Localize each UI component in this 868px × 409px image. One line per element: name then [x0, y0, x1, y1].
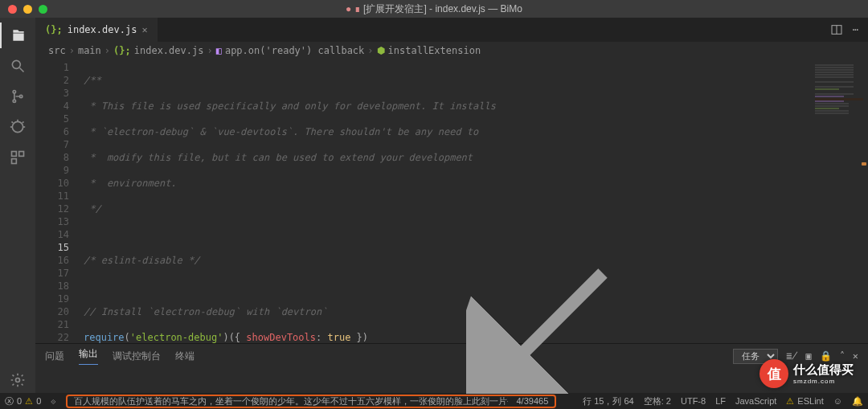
breadcrumb-item[interactable]: main: [78, 45, 101, 56]
main-area: (}; index.dev.js ✕ ⋯ src › main › (}; in…: [0, 18, 868, 393]
breadcrumb-item[interactable]: index.dev.js: [134, 45, 204, 56]
svg-point-14: [16, 378, 20, 382]
novel-text: 百人规模的队伍护送着的马车之内，坐着一个俊朗的少年。这少年不过十五六岁模样，一张…: [74, 395, 508, 407]
status-bell-icon[interactable]: 🔔: [852, 396, 863, 407]
activity-bar: [0, 18, 35, 393]
split-editor-icon[interactable]: [830, 23, 843, 36]
code-content[interactable]: /** * This file is used specifically and…: [84, 59, 868, 343]
settings-gear-icon[interactable]: [0, 367, 35, 393]
error-icon: ⓧ: [5, 395, 14, 407]
debug-icon[interactable]: [0, 114, 35, 140]
tab-bar: (}; index.dev.js ✕ ⋯: [35, 18, 868, 42]
breadcrumb-item[interactable]: src: [48, 45, 66, 56]
panel-body[interactable]: [35, 368, 868, 393]
editor-tab-label: index.dev.js: [68, 24, 137, 35]
close-tab-icon[interactable]: ✕: [141, 24, 147, 35]
fullscreen-window-button[interactable]: [39, 5, 47, 14]
brand-watermark: 值 什么值得买 smzdm.com: [760, 359, 854, 388]
tab-actions: ⋯: [830, 18, 868, 42]
svg-rect-11: [12, 152, 17, 157]
code-area[interactable]: 1 2 3 4 5 6 7 8 9 10 11 12 13 14 15 16 1…: [35, 59, 868, 343]
svg-point-3: [13, 100, 15, 102]
brand-circle-icon: 值: [760, 359, 788, 388]
svg-point-4: [20, 95, 23, 97]
status-eslint[interactable]: ⚠ESLint: [786, 396, 823, 407]
status-line-col[interactable]: 行 15，列 64: [583, 395, 634, 407]
extensions-icon[interactable]: [0, 145, 35, 170]
js-file-icon: (};: [45, 24, 63, 35]
svg-rect-13: [12, 159, 17, 164]
line-number-gutter: 1 2 3 4 5 6 7 8 9 10 11 12 13 14 15 16 1…: [35, 59, 84, 343]
bottom-panel: 问题 输出 调试控制台 终端 任务 ≣̸ ▣ 🔒 ˄ ✕: [35, 343, 868, 393]
status-indent[interactable]: 空格: 2: [644, 395, 671, 407]
status-bar: ⓧ0 ⚠0 ⟐ 百人规模的队伍护送着的马车之内，坐着一个俊朗的少年。这少年不过十…: [0, 393, 868, 409]
js-file-icon: (};: [113, 45, 131, 56]
brand-subtext: smzdm.com: [793, 378, 854, 385]
status-encoding[interactable]: UTF-8: [681, 396, 706, 406]
brand-text: 什么值得买: [793, 362, 854, 376]
more-actions-icon[interactable]: ⋯: [853, 24, 858, 35]
svg-line-10: [23, 121, 24, 123]
traffic-lights: [0, 5, 47, 14]
window-titlebar: ● ∎ [扩展开发宿主] - index.dev.js — BiMo: [0, 0, 868, 18]
breadcrumb[interactable]: src › main › (}; index.dev.js › ◧ app.on…: [35, 42, 868, 59]
status-language[interactable]: JavaScript: [735, 396, 776, 406]
variable-icon: ⬢: [377, 45, 385, 56]
explorer-icon[interactable]: [0, 22, 35, 48]
source-control-icon[interactable]: [0, 84, 35, 109]
svg-point-0: [12, 60, 20, 68]
status-feedback-icon[interactable]: ☺: [833, 396, 842, 406]
warning-icon: ⚠: [25, 396, 33, 407]
panel-tab-terminal[interactable]: 终端: [175, 350, 194, 363]
breadcrumb-item[interactable]: installExtension: [388, 45, 481, 56]
sync-icon[interactable]: ⟐: [51, 396, 56, 406]
minimize-window-button[interactable]: [23, 5, 32, 14]
close-window-button[interactable]: [8, 5, 17, 14]
panel-tab-debug-console[interactable]: 调试控制台: [113, 350, 161, 363]
svg-rect-12: [19, 152, 24, 157]
search-icon[interactable]: [0, 53, 35, 79]
method-icon: ◧: [216, 45, 222, 56]
panel-tabs: 问题 输出 调试控制台 终端 任务 ≣̸ ▣ 🔒 ˄ ✕: [35, 344, 868, 368]
svg-line-9: [12, 121, 14, 123]
breadcrumb-item[interactable]: app.on('ready') callback: [225, 45, 364, 56]
window-title: ● ∎ [扩展开发宿主] - index.dev.js — BiMo: [0, 2, 868, 16]
novel-position: 4/39465: [516, 396, 548, 406]
overview-ruler[interactable]: [858, 59, 868, 343]
panel-tab-output[interactable]: 输出: [79, 347, 98, 365]
novel-reader-box[interactable]: 百人规模的队伍护送着的马车之内，坐着一个俊朗的少年。这少年不过十五六岁模样，一张…: [66, 395, 556, 408]
status-eol[interactable]: LF: [715, 396, 726, 406]
editor-tab[interactable]: (}; index.dev.js ✕: [35, 18, 158, 42]
editor-group: (}; index.dev.js ✕ ⋯ src › main › (}; in…: [35, 18, 868, 393]
svg-point-2: [13, 91, 15, 93]
svg-point-5: [12, 121, 23, 132]
panel-tab-problems[interactable]: 问题: [45, 350, 64, 363]
svg-line-1: [20, 68, 24, 72]
window-title-text: [扩展开发宿主] - index.dev.js — BiMo: [363, 3, 522, 14]
status-problems[interactable]: ⓧ0 ⚠0: [5, 395, 41, 407]
